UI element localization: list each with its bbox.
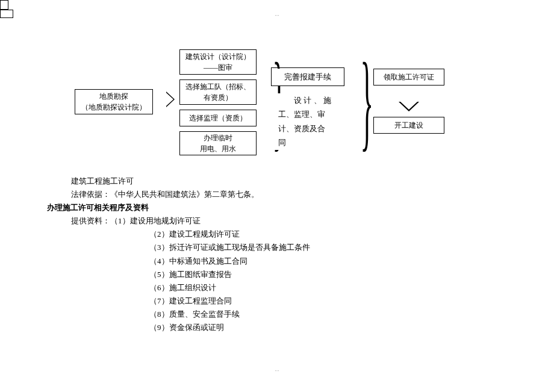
box-text: 地质勘探 <box>99 91 128 102</box>
box-text: 选择监理（资质） <box>189 113 247 123</box>
box-text: 选择施工队（招标、 <box>185 81 251 92</box>
arrow-down-shaft <box>0 10 13 18</box>
materials-line-1: 提供资料：（1）建设用地规划许可证 <box>71 214 493 228</box>
box-complete-sub: 设 计 、 施 工、监理、审 计、资质及合 同 <box>272 93 343 150</box>
line-legal-basis: 法律依据：《中华人民共和国建筑法》第二章第七条。 <box>71 188 493 201</box>
box-complete-procedures: 完善报建手续 <box>272 69 343 86</box>
materials-item-5: （5）施工图纸审查报告 <box>71 268 493 281</box>
box-text: ——图审 <box>204 62 232 73</box>
box-text: （地质勘探设计院） <box>81 102 146 113</box>
materials-item-8: （8）质量、安全监督手续 <box>71 308 493 321</box>
box-select-supervisor: 选择监理（资质） <box>179 110 257 126</box>
box-arch-design: 建筑设计（设计院） ——图审 <box>179 49 257 75</box>
footer-decoration: ··· <box>275 367 279 374</box>
box-text: 办理临时 <box>204 132 232 143</box>
flow-diagram: 地质勘探 （地质勘探设计院） 建筑设计（设计院） ——图审 选择施工队（招标、 … <box>0 0 554 163</box>
box-text: 建筑设计（设计院） <box>185 51 251 62</box>
box-select-team: 选择施工队（招标、 有资质） <box>179 79 257 105</box>
box-text: 同 <box>278 135 286 149</box>
box-text: 有资质） <box>204 92 232 103</box>
materials-item-3: （3）拆迁许可证或施工现场是否具备施工条件 <box>71 241 493 254</box>
box-text: 领取施工许可证 <box>384 72 434 82</box>
text-body: 建筑工程施工许可 法律依据：《中华人民共和国建筑法》第二章第七条。 办理施工许可… <box>71 175 493 334</box>
box-text: 计、资质及合 <box>278 122 325 135</box>
box-text: 用电、用水 <box>200 143 236 154</box>
arrow-right-shaft <box>0 0 8 10</box>
box-text: 开工建设 <box>394 120 423 131</box>
box-text: 完善报建手续 <box>284 71 331 83</box>
arrow-down-head <box>399 102 419 111</box>
box-obtain-permit: 领取施工许可证 <box>373 69 444 86</box>
materials-item-9: （9）资金保函或证明 <box>71 321 493 334</box>
section-heading: 办理施工许可相关程序及资料 <box>47 201 493 214</box>
materials-item-7: （7）建设工程监理合同 <box>71 294 493 308</box>
box-temp-utilities: 办理临时 用电、用水 <box>179 131 257 155</box>
box-text: 工、监理、审 <box>278 107 325 121</box>
box-start-construction: 开工建设 <box>373 117 444 134</box>
arrow-right-head <box>166 92 175 107</box>
materials-item-2: （2）建设工程规划许可证 <box>71 228 493 241</box>
materials-item-6: （6）施工组织设计 <box>71 281 493 294</box>
box-text: 设 计 、 施 <box>278 93 331 107</box>
line-permit-title: 建筑工程施工许可 <box>71 175 493 188</box>
materials-item-4: （4）中标通知书及施工合同 <box>71 255 493 268</box>
box-geology-survey: 地质勘探 （地质勘探设计院） <box>75 89 153 114</box>
